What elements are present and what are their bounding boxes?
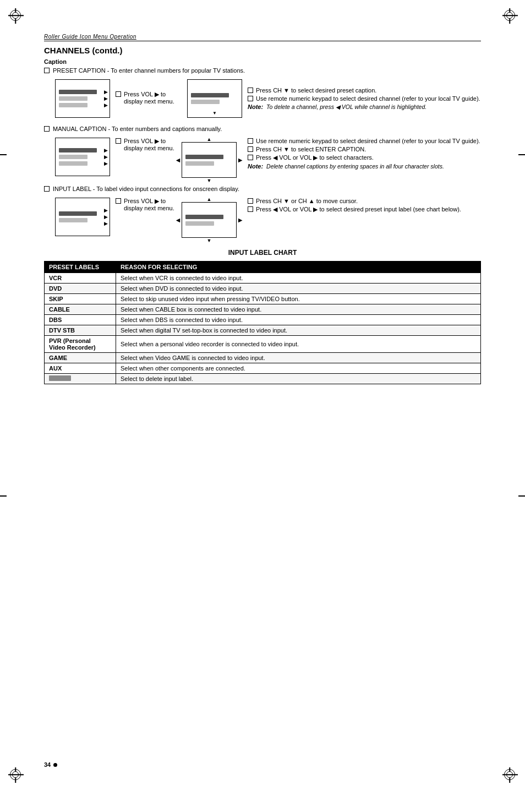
manual-step2-chk3 [248, 155, 253, 160]
input-step1: Press VOL ▶ to display next menu. [116, 198, 176, 213]
corner-mark-bl [10, 769, 21, 780]
section-title-label: Roller Guide Icon Menu Operation [44, 34, 136, 40]
preset-caption-checkbox [44, 68, 50, 73]
table-row: PVR (Personal Video Recorder)Select when… [45, 336, 481, 353]
table-cell-reason: Select when other components are connect… [116, 363, 481, 374]
table-header-row: PRESET LABELS REASON FOR SELECTING [45, 261, 481, 273]
input-step2-text1: Press CH ▼ or CH ▲ to move cursor. [256, 198, 358, 204]
manual-step1: Press VOL ▶ to display next menu. [116, 138, 176, 153]
input-instr-text1: Press VOL ▶ to display next menu. [124, 198, 176, 211]
manual-caption-note: Note: Delete channel captions by enterin… [248, 163, 481, 170]
table-cell-label: SKIP [45, 294, 116, 304]
manual-chk1 [116, 138, 121, 144]
inav-left: ◀ [176, 217, 180, 223]
page-dot [53, 763, 57, 767]
input-step2: Press CH ▼ or CH ▲ to move cursor. Press… [248, 198, 481, 215]
table-cell-label: PVR (Personal Video Recorder) [45, 336, 116, 353]
screen2-line-2 [191, 100, 220, 104]
table-cell-label: VCR [45, 273, 116, 284]
table-cell-label: CABLE [45, 304, 116, 315]
table-cell-reason: Select when Video GAME is connected to v… [116, 353, 481, 363]
top-divider [44, 41, 481, 41]
preset-caption-diagram-row: ▶ ▶ ▶ Press VOL ▶ to display next menu. … [55, 79, 481, 118]
iscreen1-arrow: ▶ ▶ ▶ [104, 208, 108, 226]
table-cell-reason: Select when a personal video recorder is… [116, 336, 481, 353]
manual-note-label: Note: [248, 163, 263, 170]
screen-line-3 [59, 103, 88, 107]
manual-step2-text2: Press CH ▼ to select ENTER CAPTION. [256, 146, 366, 152]
table-cell-label: DBS [45, 315, 116, 325]
table-row: DBSSelect when DBS is connected to video… [45, 315, 481, 325]
manual-caption-bullet: MANUAL CAPTION - To enter numbers and ca… [44, 126, 481, 132]
instr-text-1: Press VOL ▶ to display next menu. [124, 91, 182, 105]
step2-text1: Press CH ▼ to select desired preset capt… [256, 87, 376, 94]
table-cell-label: GAME [45, 353, 116, 363]
screen-line-1 [59, 90, 97, 94]
manual-caption-checkbox [44, 126, 50, 132]
preset-caption-screen1: ▶ ▶ ▶ [55, 79, 110, 118]
manual-step2-text3: Press ◀ VOL or VOL ▶ to select character… [256, 154, 374, 161]
manual-instr-text1: Press VOL ▶ to display next menu. [124, 138, 176, 151]
iscreen1-line1 [59, 211, 97, 216]
side-tick-left-1 [0, 154, 7, 155]
inav-down: ▼ [207, 238, 212, 243]
manual-note-text: Delete channel captions by entering spac… [266, 163, 444, 170]
page-number: 34 [44, 761, 51, 768]
mscreen2-line1 [185, 155, 223, 159]
table-row: CABLESelect when CABLE box is connected … [45, 304, 481, 315]
table-cell-reason: Select to delete input label. [116, 374, 481, 384]
preset-caption-instr-item: Press VOL ▶ to display next menu. [116, 91, 182, 105]
manual-screen1: ▶ ▶ ▶ [55, 138, 110, 176]
manual-instr1: Press VOL ▶ to display next menu. [116, 138, 176, 151]
table-cell-reason: Select when DBS is connected to video in… [116, 315, 481, 325]
iscreen2-line2 [185, 221, 214, 226]
input-label-text: INPUT LABEL - To label video input conne… [53, 186, 239, 192]
instr-checkbox-1 [116, 91, 121, 97]
manual-screen2 [182, 142, 237, 178]
caption-subheading: Caption [44, 58, 481, 65]
table-row: AUXSelect when other components are conn… [45, 363, 481, 374]
input-label-chart-section: INPUT LABEL CHART PRESET LABELS REASON F… [44, 249, 481, 384]
iscreen1-line2 [59, 218, 88, 222]
manual-caption-text: MANUAL CAPTION - To enter numbers and ca… [53, 126, 222, 132]
nav-up-arrow: ▲ [207, 137, 212, 142]
nav-right-arrow: ▶ [238, 157, 242, 163]
input-label-diagram-row: ▶ ▶ ▶ Press VOL ▶ to display next menu. [55, 198, 481, 238]
corner-mark-tr [504, 10, 515, 21]
table-cell-label: DVD [45, 284, 116, 294]
blank-label-indicator [49, 375, 71, 381]
screen-line-2 [59, 96, 88, 101]
chart-title: INPUT LABEL CHART [44, 249, 481, 257]
mscreen2-line2 [185, 161, 214, 166]
preset-caption-text: PRESET CAPTION - To enter channel number… [53, 67, 245, 74]
page-heading: CHANNELS (contd.) [44, 46, 481, 55]
table-row: DTV STBSelect when digital TV set-top-bo… [45, 325, 481, 336]
manual-caption-diagram-row: ▶ ▶ ▶ Press VOL ▶ to display next menu. [55, 138, 481, 178]
step2-chk1 [248, 88, 253, 93]
col2-header: REASON FOR SELECTING [116, 261, 481, 273]
manual-step2-instr2: Press CH ▼ to select ENTER CAPTION. [248, 146, 481, 152]
manual-screen2-container: ▲ ▼ ◀ ▶ [182, 142, 237, 178]
step2-chk2 [248, 96, 253, 101]
preset-caption-step1: Press VOL ▶ to display next menu. [116, 91, 182, 106]
iscreen2-line1 [185, 215, 223, 219]
table-cell-label [45, 374, 116, 384]
input-label-checkbox [44, 186, 50, 192]
table-cell-label: DTV STB [45, 325, 116, 336]
table-cell-reason: Select when VCR is connected to video in… [116, 273, 481, 284]
manual-step2-instr3: Press ◀ VOL or VOL ▶ to select character… [248, 154, 481, 161]
manual-caption-section: MANUAL CAPTION - To enter numbers and ca… [44, 126, 481, 178]
input-screen2 [182, 202, 237, 238]
input-label-section: INPUT LABEL - To label video input conne… [44, 186, 481, 238]
table-row: DVDSelect when DVD is connected to video… [45, 284, 481, 294]
screen2-down-arrow: ▼ [212, 111, 217, 116]
table-cell-reason: Select to skip unused video input when p… [116, 294, 481, 304]
side-tick-right-2 [518, 495, 525, 497]
nav-down-arrow: ▼ [207, 178, 212, 183]
input-screen2-container: ▲ ▼ ◀ ▶ [182, 202, 237, 238]
table-row: VCRSelect when VCR is connected to video… [45, 273, 481, 284]
side-tick-left-2 [0, 495, 7, 497]
manual-step2-text1: Use remote numeric keypad to select desi… [256, 138, 480, 144]
inav-right: ▶ [238, 217, 242, 223]
note-label-1: Note: [248, 103, 263, 110]
